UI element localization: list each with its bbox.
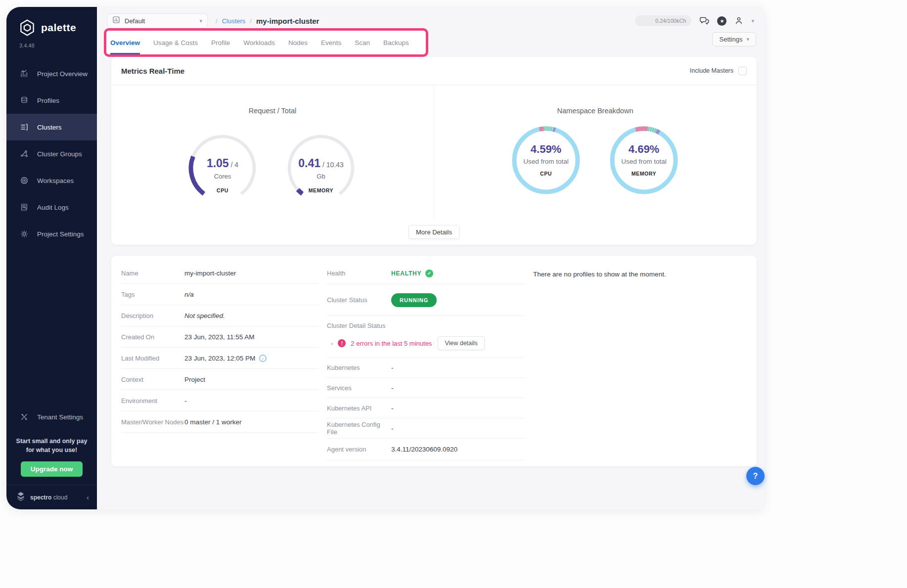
error-message: 2 errors in the last 5 minutes xyxy=(351,340,432,347)
health-check-icon: ✓ xyxy=(425,270,433,277)
include-masters-checkbox[interactable] xyxy=(738,67,747,75)
sidebar-collapse-icon[interactable]: ‹ xyxy=(87,493,89,501)
view-details-button[interactable]: View details xyxy=(438,336,484,350)
target-icon xyxy=(19,176,29,185)
cpu-unit: Cores xyxy=(185,173,260,180)
app-version: 3.4.48 xyxy=(6,43,97,48)
detail-row-master-worker: Master/Worker Nodes 0 master / 1 worker xyxy=(121,411,319,433)
profiles-empty-message: There are no profiles to show at the mom… xyxy=(533,271,666,278)
agent-version-value: 3.4.11/20230609.0920 xyxy=(391,446,457,453)
upgrade-now-button[interactable]: Upgrade now xyxy=(21,461,83,477)
breadcrumb-separator: / xyxy=(250,17,252,25)
cluster-detail-status-label: Cluster Detail Status xyxy=(327,322,525,329)
services-value: - xyxy=(391,384,394,392)
memory-gauge-label: MEMORY xyxy=(284,187,358,193)
metrics-card: Metrics Real-Time Include Masters Reques… xyxy=(111,57,757,245)
sidebar-item-tenant-settings[interactable]: Tenant Settings xyxy=(6,404,97,430)
chevron-right-icon[interactable]: › xyxy=(331,340,333,347)
details-column-middle: Health HEALTHY ✓ Cluster Status RUNNING … xyxy=(327,263,525,460)
sidebar-item-project-overview[interactable]: Project Overview xyxy=(6,60,97,87)
memory-used-percent: 4.69% xyxy=(607,143,681,156)
project-selector[interactable]: Default ▾ xyxy=(107,13,208,28)
tab-overview[interactable]: Overview xyxy=(110,31,140,54)
detail-row-description: Description Not specified. xyxy=(121,305,319,326)
help-button[interactable]: ? xyxy=(746,467,765,485)
sidebar-footer: spectro cloud ‹ xyxy=(6,485,97,509)
tab-backups[interactable]: Backups xyxy=(383,31,409,54)
cluster-detail-status-group: Cluster Detail Status › ! 2 errors in th… xyxy=(327,316,525,358)
tabs-highlight-annotation: Overview Usage & Costs Profile Workloads… xyxy=(104,28,428,57)
chevron-down-icon: ▾ xyxy=(199,18,202,24)
cpu-used-percent: 4.59% xyxy=(509,143,583,156)
breadcrumb-separator: / xyxy=(216,17,218,25)
svg-text:i: i xyxy=(263,356,264,361)
cpu-total-value: / 4 xyxy=(231,161,239,169)
memory-request-value: 0.41 xyxy=(298,157,320,170)
brand-logo-row: palette xyxy=(6,7,97,37)
tab-workloads[interactable]: Workloads xyxy=(243,31,275,54)
project-chart-icon xyxy=(112,16,120,26)
cluster-name-value: my-import-cluster xyxy=(184,270,236,277)
sidebar-item-audit-logs[interactable]: Audit Logs xyxy=(6,194,97,221)
detail-row-kubernetes-config: Kubernetes Config File - xyxy=(327,418,525,439)
detail-row-last-modified: Last Modified 23 Jun, 2023, 12:05 PM i xyxy=(121,348,319,369)
created-on-value: 23 Jun, 2023, 11:55 AM xyxy=(184,333,255,341)
tools-icon xyxy=(19,412,29,422)
metrics-title: Metrics Real-Time xyxy=(121,67,184,75)
tab-nodes[interactable]: Nodes xyxy=(288,31,308,54)
breadcrumb-current: my-import-cluster xyxy=(256,17,319,25)
profiles-panel: There are no profiles to show at the mom… xyxy=(533,270,746,278)
vertical-divider xyxy=(434,85,434,220)
last-modified-value: 23 Jun, 2023, 12:05 PM xyxy=(184,355,255,362)
kubernetes-config-value: - xyxy=(391,425,394,432)
cpu-gauge: 1.05 / 4 Cores CPU xyxy=(185,131,260,205)
detail-row-environment: Environment - xyxy=(121,390,319,411)
metrics-header: Metrics Real-Time Include Masters xyxy=(111,57,757,85)
kubernetes-value: - xyxy=(391,364,394,371)
tab-usage-costs[interactable]: Usage & Costs xyxy=(153,31,198,54)
tags-value: n/a xyxy=(184,291,194,298)
footer-brand: spectro cloud xyxy=(30,494,67,501)
layers-icon xyxy=(19,95,29,105)
detail-row-services: Services - xyxy=(327,378,525,398)
breadcrumb: / Clusters / my-import-cluster xyxy=(216,17,319,25)
detail-row-kubernetes-api: Kubernetes API - xyxy=(327,398,525,418)
sidebar-item-label: Cluster Groups xyxy=(37,150,82,158)
chevron-down-icon[interactable]: ▾ xyxy=(751,18,754,24)
sidebar: palette 3.4.48 Project Overview Profiles xyxy=(6,7,97,509)
sidebar-item-profiles[interactable]: Profiles xyxy=(6,87,97,114)
detail-row-health: Health HEALTHY ✓ xyxy=(327,263,525,284)
star-badge-icon[interactable]: ★ xyxy=(717,16,726,26)
gear-icon xyxy=(19,229,29,239)
tab-scan[interactable]: Scan xyxy=(355,31,370,54)
detail-row-context: Context Project xyxy=(121,369,319,390)
namespace-cpu-donut: 4.59% Used from total CPU xyxy=(509,123,583,197)
brand-name: palette xyxy=(41,22,76,34)
top-right-controls: 0.24/100kCh ★ ▾ xyxy=(635,15,754,26)
more-details-button[interactable]: More Details xyxy=(408,225,459,239)
sidebar-item-clusters[interactable]: Clusters xyxy=(6,114,97,140)
user-icon[interactable] xyxy=(734,16,744,26)
settings-button[interactable]: Settings ▾ xyxy=(712,32,756,46)
sidebar-menu: Project Overview Profiles Clusters Clust… xyxy=(6,60,97,247)
cpu-gauge-label: CPU xyxy=(185,187,260,193)
cluster-status-badge: RUNNING xyxy=(391,293,437,307)
sidebar-item-label: Tenant Settings xyxy=(37,413,83,421)
info-icon[interactable]: i xyxy=(259,355,267,362)
sidebar-item-project-settings[interactable]: Project Settings xyxy=(6,221,97,247)
breadcrumb-link-clusters[interactable]: Clusters xyxy=(222,17,246,25)
cluster-list-icon xyxy=(19,122,29,132)
sidebar-item-label: Audit Logs xyxy=(37,204,69,211)
detail-row-cluster-status: Cluster Status RUNNING xyxy=(327,284,525,316)
sidebar-item-label: Clusters xyxy=(37,124,62,131)
tab-events[interactable]: Events xyxy=(321,31,341,54)
sidebar-item-workspaces[interactable]: Workspaces xyxy=(6,167,97,194)
master-worker-value: 0 master / 1 worker xyxy=(184,418,242,426)
details-column-left: Name my-import-cluster Tags n/a Descript… xyxy=(121,263,319,433)
tab-profile[interactable]: Profile xyxy=(211,31,230,54)
cluster-error-row: › ! 2 errors in the last 5 minutes View … xyxy=(327,336,525,350)
sidebar-item-label: Project Overview xyxy=(37,70,88,78)
chat-icon[interactable] xyxy=(699,15,710,26)
sidebar-item-cluster-groups[interactable]: Cluster Groups xyxy=(6,140,97,167)
description-value: Not specified. xyxy=(184,312,225,319)
